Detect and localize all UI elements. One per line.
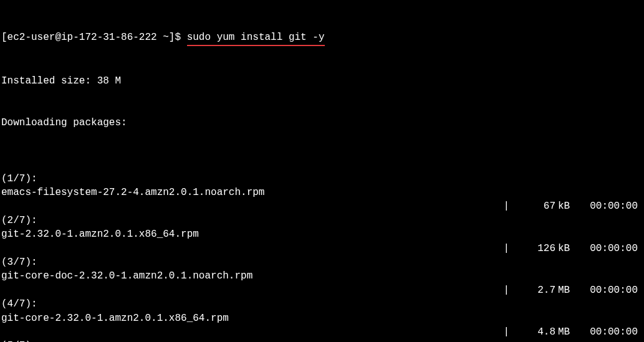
download-size: 2.7 [512, 283, 555, 297]
package-block: (2/7):git-2.32.0-1.amzn2.0.1.x86_64.rpm|… [1, 214, 643, 255]
pipe-separator: | [503, 199, 509, 213]
download-left-blank [1, 199, 503, 213]
download-time: 00:00:00 [575, 242, 643, 255]
download-size: 67 [512, 199, 555, 213]
download-unit: MB [555, 325, 575, 339]
download-time: 00:00:00 [575, 199, 643, 213]
package-block: (1/7):emacs-filesystem-27.2-4.amzn2.0.1.… [1, 172, 643, 214]
package-counter: (4/7): [1, 297, 643, 311]
package-counter: (1/7): [1, 172, 643, 186]
prompt-line: [ec2-user@ip-172-31-86-222 ~]$ sudo yum … [1, 31, 643, 46]
package-download-row: |126kB00:00:00 [1, 242, 643, 255]
shell-prompt: [ec2-user@ip-172-31-86-222 ~]$ [1, 31, 187, 46]
download-left-blank [1, 242, 503, 255]
download-stats: |2.7MB00:00:00 [503, 283, 643, 297]
downloading-line: Downloading packages: [1, 116, 643, 130]
download-size: 4.8 [512, 325, 555, 339]
package-filename: git-2.32.0-1.amzn2.0.1.x86_64.rpm [1, 227, 643, 241]
download-unit: kB [555, 199, 575, 213]
pipe-separator: | [503, 242, 509, 255]
download-left-blank [1, 283, 503, 297]
command-text: sudo yum install git -y [187, 31, 325, 46]
download-stats: |67kB00:00:00 [503, 199, 643, 213]
package-filename: git-core-2.32.0-1.amzn2.0.1.x86_64.rpm [1, 311, 643, 325]
download-stats: |4.8MB00:00:00 [503, 325, 643, 339]
download-time: 00:00:00 [575, 283, 643, 297]
package-block: (5/7):perl-Error-0.17020-2.amzn2.noarch.… [1, 339, 643, 342]
download-left-blank [1, 325, 503, 339]
package-download-row: |2.7MB00:00:00 [1, 283, 643, 297]
package-block: (3/7):git-core-doc-2.32.0-1.amzn2.0.1.no… [1, 255, 643, 297]
package-counter: (5/7): [1, 339, 643, 342]
package-download-row: |67kB00:00:00 [1, 199, 643, 213]
terminal-output[interactable]: [ec2-user@ip-172-31-86-222 ~]$ sudo yum … [0, 0, 644, 342]
package-filename: git-core-doc-2.32.0-1.amzn2.0.1.noarch.r… [1, 269, 643, 283]
package-filename: emacs-filesystem-27.2-4.amzn2.0.1.noarch… [1, 186, 643, 199]
download-stats: |126kB00:00:00 [503, 242, 643, 255]
installed-size-line: Installed size: 38 M [1, 74, 643, 88]
pipe-separator: | [503, 325, 509, 339]
package-block: (4/7):git-core-2.32.0-1.amzn2.0.1.x86_64… [1, 297, 643, 339]
download-size: 126 [512, 242, 555, 255]
package-counter: (2/7): [1, 214, 643, 227]
download-unit: MB [555, 283, 575, 297]
download-unit: kB [555, 242, 575, 255]
package-counter: (3/7): [1, 255, 643, 269]
package-download-row: |4.8MB00:00:00 [1, 325, 643, 339]
pipe-separator: | [503, 283, 509, 297]
download-time: 00:00:00 [575, 325, 643, 339]
